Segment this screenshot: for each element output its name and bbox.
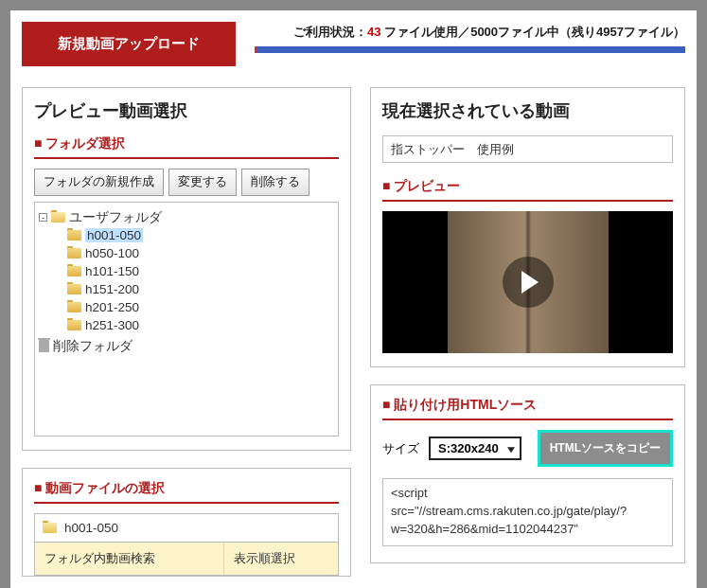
file-select-head: 動画ファイルの選択: [34, 480, 339, 504]
tree-item-label: h101-150: [85, 264, 139, 278]
folder-tree[interactable]: -ユーザフォルダ h001-050 h050-100 h101-150 h151…: [34, 202, 339, 437]
tree-item[interactable]: h151-200: [67, 280, 334, 298]
folder-open-icon: [51, 212, 65, 223]
tree-item-label: h151-200: [85, 282, 139, 296]
folder-icon: [67, 320, 81, 330]
tree-item-label: h050-100: [85, 246, 139, 260]
file-toolbar: フォルダ内動画検索 表示順選択: [34, 543, 339, 576]
tree-item[interactable]: h251-300: [67, 316, 334, 334]
new-folder-button[interactable]: フォルダの新規作成: [34, 169, 164, 196]
tree-item[interactable]: h201-250: [67, 298, 334, 316]
search-label: フォルダ内動画検索: [35, 543, 224, 575]
usage-bar: [255, 46, 685, 53]
trash-icon: [39, 340, 49, 352]
file-select-panel: 動画ファイルの選択 h001-050 フォルダ内動画検索 表示順選択: [22, 468, 351, 577]
tree-item-label: h201-250: [85, 300, 139, 314]
tree-item[interactable]: h001-050: [67, 226, 334, 244]
folder-icon: [67, 284, 81, 294]
usage-bar-fill: [255, 46, 257, 53]
size-label: サイズ: [382, 440, 419, 457]
top-bar: 新規動画アップロード ご利用状況：43 ファイル使用／5000ファイル中（残り4…: [22, 22, 685, 66]
tree-item[interactable]: h050-100: [67, 244, 334, 262]
current-folder-row: h001-050: [34, 513, 339, 543]
selected-video-panel: 現在選択されている動画 プレビュー: [370, 87, 685, 367]
folder-icon: [67, 302, 81, 312]
edit-folder-button[interactable]: 変更する: [168, 169, 237, 196]
usage-prefix: ご利用状況：: [293, 25, 367, 39]
video-title-input[interactable]: [382, 135, 673, 163]
html-source-head: 貼り付け用HTMLソース: [382, 397, 673, 420]
folder-open-icon: [43, 523, 57, 533]
usage-suffix: ファイル使用／5000ファイル中（残り4957ファイル）: [381, 25, 685, 39]
preview-head: プレビュー: [382, 178, 673, 202]
tree-item-label: h001-050: [85, 228, 143, 242]
play-icon[interactable]: [503, 257, 554, 308]
folder-icon: [67, 248, 81, 258]
collapse-icon[interactable]: -: [39, 213, 47, 222]
tree-root[interactable]: -ユーザフォルダ h001-050 h050-100 h101-150 h151…: [39, 207, 334, 336]
folder-select-head: フォルダ選択: [34, 135, 339, 159]
usage-count: 43: [367, 25, 380, 39]
copy-html-button[interactable]: HTMLソースをコピー: [538, 430, 673, 467]
usage-status: ご利用状況：43 ファイル使用／5000ファイル中（残り4957ファイル）: [255, 22, 685, 53]
tree-root-label: ユーザフォルダ: [69, 210, 162, 224]
html-source-panel: 貼り付け用HTMLソース サイズ S:320x240 HTMLソースをコピー <…: [370, 384, 685, 563]
folder-icon: [67, 230, 81, 241]
preview-select-panel: プレビュー動画選択 フォルダ選択 フォルダの新規作成 変更する 削除する -ユー…: [22, 87, 351, 451]
tree-item-label: h251-300: [85, 318, 139, 332]
tree-trash-label: 削除フォルダ: [53, 339, 133, 353]
video-preview[interactable]: [382, 211, 673, 353]
tree-item[interactable]: h101-150: [67, 262, 334, 280]
html-source-textarea[interactable]: <script src="//stream.cms.rakuten.co.jp/…: [382, 478, 673, 546]
delete-folder-button[interactable]: 削除する: [241, 169, 309, 196]
folder-icon: [67, 266, 81, 276]
upload-button[interactable]: 新規動画アップロード: [22, 22, 236, 66]
size-select[interactable]: S:320x240: [429, 437, 521, 460]
panel-title-left: プレビュー動画選択: [34, 99, 339, 122]
sort-label: 表示順選択: [224, 543, 338, 575]
tree-trash[interactable]: 削除フォルダ: [39, 336, 334, 357]
panel-title-right: 現在選択されている動画: [382, 99, 673, 122]
current-folder-label: h001-050: [64, 521, 118, 535]
